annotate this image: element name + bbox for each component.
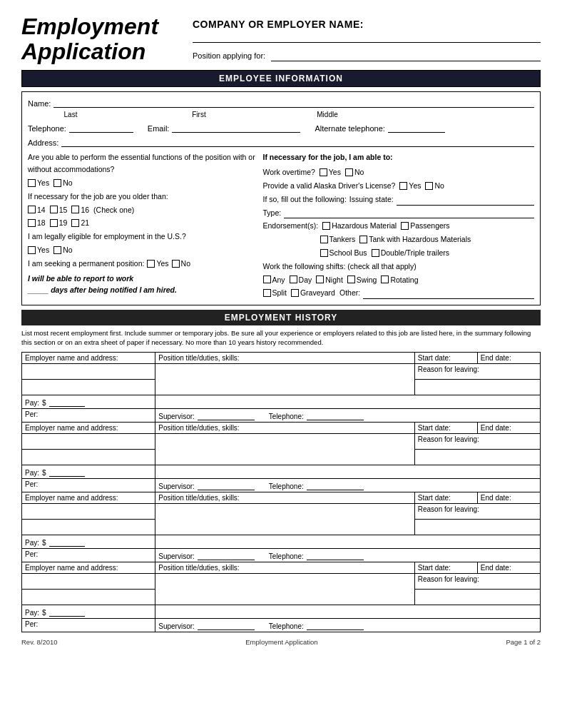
- q1-no-item: No: [53, 177, 72, 189]
- shift-night-checkbox[interactable]: [316, 275, 324, 283]
- emp-2-employer-cell[interactable]: [22, 433, 155, 449]
- q2-text: If necessary for the job are you older t…: [28, 191, 256, 203]
- supervisor-field-1[interactable]: [198, 410, 255, 420]
- age-21-checkbox[interactable]: [71, 219, 79, 227]
- supervisor-field-3[interactable]: [198, 550, 255, 560]
- endorse-passengers-checkbox[interactable]: [401, 222, 409, 230]
- supervisor-field-4[interactable]: [198, 620, 255, 630]
- alt-telephone-block: Alternate telephone:: [315, 121, 444, 133]
- emp-3-employer-cell2[interactable]: [22, 519, 155, 535]
- shift-day-checkbox[interactable]: [290, 275, 297, 283]
- company-name-field[interactable]: [193, 31, 541, 43]
- q4-yes-checkbox[interactable]: [147, 260, 155, 268]
- emp-4-employer-cell[interactable]: [22, 573, 155, 589]
- endorse-double-checkbox[interactable]: [372, 249, 379, 257]
- age-16-checkbox[interactable]: [71, 206, 79, 213]
- license-yes-label: Yes: [409, 180, 421, 192]
- address-field[interactable]: [61, 136, 534, 147]
- endorse-schoolbus-checkbox[interactable]: [320, 249, 328, 257]
- name-sub-labels: Last First Middle: [28, 111, 534, 118]
- pay-field-1[interactable]: [49, 397, 85, 407]
- telephone-field[interactable]: [69, 121, 133, 133]
- emp-3-reason-cell2[interactable]: [414, 519, 540, 535]
- overtime-yes-checkbox[interactable]: [320, 168, 327, 176]
- emp-3-pay-cell: Pay: $: [22, 535, 155, 548]
- emp-row-3-pay: Pay: $: [22, 535, 541, 548]
- age-18-checkbox[interactable]: [28, 219, 36, 227]
- emp-1-reason-cell2[interactable]: [414, 379, 540, 395]
- last-label: Last: [28, 111, 113, 118]
- q5-blank: _____: [28, 285, 48, 294]
- emp-4-employer-cell2[interactable]: [22, 589, 155, 605]
- tel-field-1[interactable]: [307, 410, 364, 420]
- emp-2-pay-right: [155, 465, 541, 478]
- other-field[interactable]: [363, 289, 534, 299]
- pay-field-4[interactable]: [49, 607, 85, 617]
- shift-split-label: Split: [272, 287, 287, 299]
- other-label: Other:: [339, 287, 360, 299]
- shift-day: Day: [290, 274, 312, 286]
- tel-field-4[interactable]: [307, 620, 364, 630]
- title-employment: Employment: [21, 14, 178, 39]
- shift-swing-checkbox[interactable]: [347, 275, 355, 283]
- age-19: 19: [50, 217, 68, 229]
- q3-no-checkbox[interactable]: [53, 246, 61, 254]
- shift-rotating: Rotating: [381, 274, 418, 286]
- pay-symbol-1: $: [42, 399, 46, 407]
- emp-1-employer-cell2[interactable]: [22, 379, 155, 395]
- shifts-label: Work the following shifts: (check all th…: [263, 261, 535, 273]
- employee-info-header: EMPLOYEE INFORMATION: [21, 70, 541, 87]
- endorse-tank-hazmat-checkbox[interactable]: [359, 236, 367, 243]
- emp-3-position-cell[interactable]: [155, 503, 415, 535]
- age-19-checkbox[interactable]: [50, 219, 58, 227]
- title-application: Application: [21, 39, 178, 64]
- tel-field-3[interactable]: [307, 550, 364, 560]
- tel-label-4: Telephone:: [269, 622, 304, 630]
- position-field[interactable]: [271, 50, 541, 61]
- license-yes-checkbox[interactable]: [399, 182, 407, 190]
- issuing-state-field[interactable]: [397, 196, 534, 206]
- age-15-checkbox[interactable]: [50, 206, 58, 213]
- q3-yes-checkbox[interactable]: [28, 246, 36, 254]
- emp-2-employer-cell2[interactable]: [22, 449, 155, 465]
- shift-any-checkbox[interactable]: [263, 275, 271, 283]
- pay-field-3[interactable]: [49, 537, 85, 547]
- emp-3-employer-cell[interactable]: [22, 503, 155, 519]
- emp-row-1-header: Employer name and address: Position titl…: [22, 352, 541, 363]
- q1-yes-checkbox[interactable]: [28, 179, 36, 187]
- q4-no-checkbox[interactable]: [172, 260, 180, 268]
- supervisor-field-2[interactable]: [198, 480, 255, 490]
- age-16-label: 16: [81, 204, 89, 216]
- alt-telephone-field[interactable]: [388, 121, 445, 133]
- age-18-label: 18: [37, 217, 46, 229]
- emp-2-position-cell[interactable]: [155, 433, 415, 465]
- email-field[interactable]: [172, 121, 300, 133]
- emp-1-employer-header: Employer name and address:: [22, 352, 155, 363]
- emp-2-reason-cell2[interactable]: [414, 449, 540, 465]
- endorse-hazmat-checkbox[interactable]: [322, 222, 330, 230]
- endorse-tankers-checkbox[interactable]: [320, 236, 328, 243]
- pay-field-2[interactable]: [49, 467, 85, 477]
- license-no-checkbox[interactable]: [425, 182, 433, 190]
- overtime-no-checkbox[interactable]: [345, 168, 353, 176]
- age-14-checkbox[interactable]: [28, 206, 36, 213]
- emp-row-4-supervisor: Per: Supervisor: Telephone:: [22, 618, 541, 632]
- type-field[interactable]: [284, 208, 534, 218]
- emp-1-employer-cell[interactable]: [22, 363, 155, 379]
- shift-split-checkbox[interactable]: [263, 289, 271, 297]
- q1-no-checkbox[interactable]: [53, 179, 61, 187]
- emp-4-position-cell[interactable]: [155, 573, 415, 605]
- emp-4-reason-cell2[interactable]: [414, 589, 540, 605]
- emp-1-position-cell[interactable]: [155, 363, 415, 395]
- emp-row-4-header: Employer name and address: Position titl…: [22, 562, 541, 573]
- q1-yes-item: Yes: [28, 177, 49, 189]
- shift-rotating-checkbox[interactable]: [381, 275, 389, 283]
- reason-label-3: Reason for leaving:: [418, 505, 479, 513]
- position-row: Position applying for:: [193, 50, 541, 61]
- q5-text: I will be able to report to work _____ d…: [28, 273, 256, 297]
- shift-night-label: Night: [325, 274, 343, 286]
- name-field[interactable]: [53, 96, 534, 108]
- shift-graveyard-checkbox[interactable]: [291, 289, 299, 297]
- tel-field-2[interactable]: [307, 480, 364, 490]
- pay-symbol-3: $: [42, 539, 46, 547]
